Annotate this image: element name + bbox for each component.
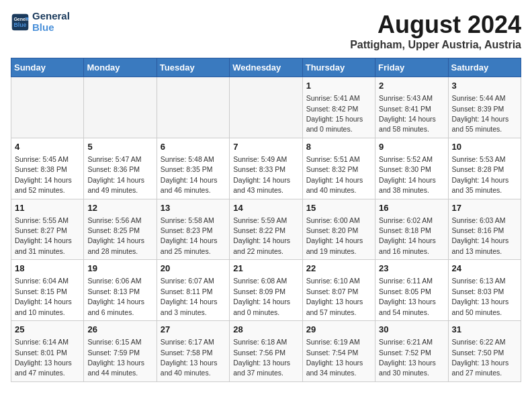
day-info: Sunrise: 6:22 AM Sunset: 7:50 PM Dayligh… — [452, 338, 509, 377]
calendar-cell: 7Sunrise: 5:49 AM Sunset: 8:33 PM Daylig… — [230, 138, 302, 199]
calendar-cell: 29Sunrise: 6:19 AM Sunset: 7:54 PM Dayli… — [302, 321, 375, 382]
page-title: August 2024 — [350, 11, 521, 39]
calendar-cell: 13Sunrise: 5:58 AM Sunset: 8:23 PM Dayli… — [157, 199, 229, 260]
calendar-cell: 12Sunrise: 5:56 AM Sunset: 8:25 PM Dayli… — [84, 199, 157, 260]
day-number: 27 — [161, 324, 226, 336]
calendar-cell — [157, 77, 229, 138]
week-row-1: 1Sunrise: 5:41 AM Sunset: 8:42 PM Daylig… — [11, 77, 521, 138]
calendar-cell: 26Sunrise: 6:15 AM Sunset: 7:59 PM Dayli… — [84, 321, 157, 382]
day-info: Sunrise: 6:18 AM Sunset: 7:56 PM Dayligh… — [233, 338, 290, 377]
day-header-sunday: Sunday — [11, 58, 84, 77]
page-subtitle: Pattigham, Upper Austria, Austria — [350, 39, 521, 51]
calendar-cell: 11Sunrise: 5:55 AM Sunset: 8:27 PM Dayli… — [11, 199, 84, 260]
day-info: Sunrise: 5:58 AM Sunset: 8:23 PM Dayligh… — [161, 216, 218, 255]
week-row-5: 25Sunrise: 6:14 AM Sunset: 8:01 PM Dayli… — [11, 321, 521, 382]
calendar-cell: 8Sunrise: 5:51 AM Sunset: 8:32 PM Daylig… — [302, 138, 375, 199]
day-number: 10 — [452, 141, 517, 153]
day-header-tuesday: Tuesday — [157, 58, 229, 77]
week-row-4: 18Sunrise: 6:04 AM Sunset: 8:15 PM Dayli… — [11, 260, 521, 321]
logo-icon: General Blue — [11, 13, 30, 32]
day-number: 19 — [87, 263, 152, 275]
day-info: Sunrise: 6:03 AM Sunset: 8:16 PM Dayligh… — [452, 216, 509, 255]
day-header-thursday: Thursday — [302, 58, 375, 77]
calendar-cell: 16Sunrise: 6:02 AM Sunset: 8:18 PM Dayli… — [375, 199, 448, 260]
day-number: 28 — [233, 324, 298, 336]
calendar-cell — [230, 77, 302, 138]
day-info: Sunrise: 5:47 AM Sunset: 8:36 PM Dayligh… — [87, 155, 144, 194]
calendar-cell: 30Sunrise: 6:21 AM Sunset: 7:52 PM Dayli… — [375, 321, 448, 382]
calendar-cell — [11, 77, 84, 138]
calendar-cell: 19Sunrise: 6:06 AM Sunset: 8:13 PM Dayli… — [84, 260, 157, 321]
logo: General Blue General Blue — [11, 11, 70, 33]
day-number: 4 — [15, 141, 80, 153]
day-number: 26 — [87, 324, 152, 336]
day-number: 7 — [233, 141, 298, 153]
day-info: Sunrise: 6:06 AM Sunset: 8:13 PM Dayligh… — [87, 277, 144, 316]
day-info: Sunrise: 5:45 AM Sunset: 8:38 PM Dayligh… — [15, 155, 72, 194]
calendar-cell: 22Sunrise: 6:10 AM Sunset: 8:07 PM Dayli… — [302, 260, 375, 321]
day-info: Sunrise: 5:59 AM Sunset: 8:22 PM Dayligh… — [233, 216, 290, 255]
day-number: 1 — [306, 80, 371, 92]
day-info: Sunrise: 6:10 AM Sunset: 8:07 PM Dayligh… — [306, 277, 363, 316]
day-info: Sunrise: 6:19 AM Sunset: 7:54 PM Dayligh… — [306, 338, 363, 377]
day-number: 16 — [379, 202, 444, 214]
day-number: 6 — [161, 141, 226, 153]
week-row-3: 11Sunrise: 5:55 AM Sunset: 8:27 PM Dayli… — [11, 199, 521, 260]
calendar-cell: 9Sunrise: 5:52 AM Sunset: 8:30 PM Daylig… — [375, 138, 448, 199]
day-number: 24 — [452, 263, 517, 275]
day-number: 25 — [15, 324, 80, 336]
day-number: 21 — [233, 263, 298, 275]
day-number: 3 — [452, 80, 517, 92]
day-info: Sunrise: 5:44 AM Sunset: 8:39 PM Dayligh… — [452, 94, 509, 133]
calendar-cell: 2Sunrise: 5:43 AM Sunset: 8:41 PM Daylig… — [375, 77, 448, 138]
logo-text-line2: Blue — [32, 22, 70, 34]
day-number: 12 — [87, 202, 152, 214]
calendar-cell: 25Sunrise: 6:14 AM Sunset: 8:01 PM Dayli… — [11, 321, 84, 382]
calendar-cell: 4Sunrise: 5:45 AM Sunset: 8:38 PM Daylig… — [11, 138, 84, 199]
calendar-cell: 1Sunrise: 5:41 AM Sunset: 8:42 PM Daylig… — [302, 77, 375, 138]
day-number: 29 — [306, 324, 371, 336]
day-info: Sunrise: 6:11 AM Sunset: 8:05 PM Dayligh… — [379, 277, 436, 316]
day-number: 9 — [379, 141, 444, 153]
calendar-cell: 24Sunrise: 6:13 AM Sunset: 8:03 PM Dayli… — [448, 260, 521, 321]
day-info: Sunrise: 5:49 AM Sunset: 8:33 PM Dayligh… — [233, 155, 290, 194]
calendar-cell: 20Sunrise: 6:07 AM Sunset: 8:11 PM Dayli… — [157, 260, 229, 321]
day-info: Sunrise: 6:07 AM Sunset: 8:11 PM Dayligh… — [161, 277, 218, 316]
day-info: Sunrise: 5:52 AM Sunset: 8:30 PM Dayligh… — [379, 155, 436, 194]
day-header-wednesday: Wednesday — [230, 58, 302, 77]
calendar-cell: 27Sunrise: 6:17 AM Sunset: 7:58 PM Dayli… — [157, 321, 229, 382]
day-number: 13 — [161, 202, 226, 214]
day-number: 18 — [15, 263, 80, 275]
day-info: Sunrise: 6:17 AM Sunset: 7:58 PM Dayligh… — [161, 338, 218, 377]
day-info: Sunrise: 5:51 AM Sunset: 8:32 PM Dayligh… — [306, 155, 363, 194]
day-number: 11 — [15, 202, 80, 214]
day-number: 20 — [161, 263, 226, 275]
day-number: 14 — [233, 202, 298, 214]
day-info: Sunrise: 5:41 AM Sunset: 8:42 PM Dayligh… — [306, 94, 363, 133]
day-number: 22 — [306, 263, 371, 275]
day-info: Sunrise: 5:55 AM Sunset: 8:27 PM Dayligh… — [15, 216, 72, 255]
day-header-monday: Monday — [84, 58, 157, 77]
calendar-header-row: SundayMondayTuesdayWednesdayThursdayFrid… — [11, 58, 521, 77]
day-number: 2 — [379, 80, 444, 92]
svg-text:Blue: Blue — [13, 21, 26, 28]
calendar-cell: 18Sunrise: 6:04 AM Sunset: 8:15 PM Dayli… — [11, 260, 84, 321]
calendar-cell: 3Sunrise: 5:44 AM Sunset: 8:39 PM Daylig… — [448, 77, 521, 138]
day-info: Sunrise: 5:43 AM Sunset: 8:41 PM Dayligh… — [379, 94, 436, 133]
day-number: 30 — [379, 324, 444, 336]
day-info: Sunrise: 6:02 AM Sunset: 8:18 PM Dayligh… — [379, 216, 436, 255]
logo-text-line1: General — [32, 11, 70, 22]
day-info: Sunrise: 5:53 AM Sunset: 8:28 PM Dayligh… — [452, 155, 509, 194]
day-info: Sunrise: 5:48 AM Sunset: 8:35 PM Dayligh… — [161, 155, 218, 194]
title-block: August 2024 Pattigham, Upper Austria, Au… — [350, 11, 521, 51]
calendar-cell: 5Sunrise: 5:47 AM Sunset: 8:36 PM Daylig… — [84, 138, 157, 199]
calendar-cell: 17Sunrise: 6:03 AM Sunset: 8:16 PM Dayli… — [448, 199, 521, 260]
day-header-saturday: Saturday — [448, 58, 521, 77]
day-info: Sunrise: 6:04 AM Sunset: 8:15 PM Dayligh… — [15, 277, 72, 316]
day-number: 31 — [452, 324, 517, 336]
day-info: Sunrise: 6:15 AM Sunset: 7:59 PM Dayligh… — [87, 338, 144, 377]
day-info: Sunrise: 6:21 AM Sunset: 7:52 PM Dayligh… — [379, 338, 436, 377]
day-info: Sunrise: 6:13 AM Sunset: 8:03 PM Dayligh… — [452, 277, 509, 316]
calendar-cell — [84, 77, 157, 138]
day-number: 8 — [306, 141, 371, 153]
